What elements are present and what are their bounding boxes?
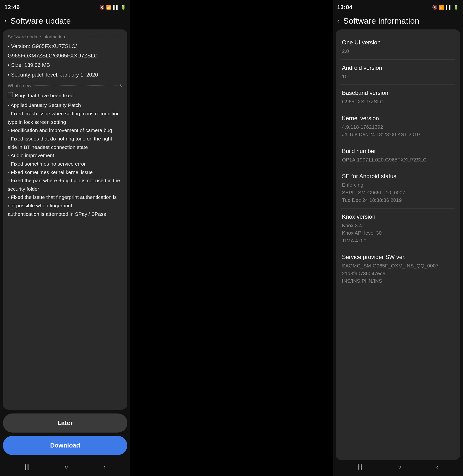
android-version-label: Android version xyxy=(342,64,454,71)
right-home-button[interactable]: ○ xyxy=(397,463,401,471)
right-phone-screen: 13:04 🔇 📶 ▌▌ 🔋 ‹ Software information On… xyxy=(333,0,463,476)
battery-icon: 🔋 xyxy=(121,5,126,10)
android-version-item: Android version 10 xyxy=(340,60,455,85)
bugs-fixed-label: Bugs that have been fixed xyxy=(15,92,73,100)
button-area: Later Download xyxy=(0,410,130,460)
size-info: • Size: 139.06 MB xyxy=(8,61,123,69)
right-battery-icon: 🔋 xyxy=(453,5,459,10)
right-time: 13:04 xyxy=(337,4,353,11)
fix-5: - Audio improvement xyxy=(8,151,123,160)
whats-new-collapse-icon[interactable]: ∧ xyxy=(119,83,123,89)
security-patch-info: • Security patch level: January 1, 2020 xyxy=(8,71,123,79)
fix-9: - Fixed the issue that fingerprint authe… xyxy=(8,193,123,210)
update-info-section-header: Software update information xyxy=(8,34,123,40)
fix-7: - Fixed sometimes kernel kernel issue xyxy=(8,168,123,177)
left-status-icons: 🔇 📶 ▌▌ 🔋 xyxy=(99,5,126,10)
right-recents-button[interactable]: ||| xyxy=(358,463,362,471)
fix-2: - Fixed crash issue when setting to iris… xyxy=(8,110,123,126)
service-provider-label: Service provider SW ver. xyxy=(342,254,454,260)
left-back-nav-button[interactable]: ‹ xyxy=(103,463,106,471)
wifi-icon: 📶 xyxy=(106,5,111,10)
baseband-version-item: Baseband version G965FXXU7ZSLC xyxy=(340,85,455,110)
se-android-label: SE for Android status xyxy=(342,173,454,180)
knox-version-label: Knox version xyxy=(342,213,454,220)
fix-9b: authentication is attempted in SPay / SP… xyxy=(8,210,123,219)
fix-4: - Fixed issues that do not ring tone on … xyxy=(8,135,123,151)
se-android-value: EnforcingSEPF_SM-G965F_10_0007Tue Dec 24… xyxy=(342,181,454,204)
silent-icon: 🔇 xyxy=(99,5,105,10)
one-ui-version-value: 2.0 xyxy=(342,47,454,55)
spacer xyxy=(130,0,333,476)
right-silent-icon: 🔇 xyxy=(432,5,437,10)
later-button[interactable]: Later xyxy=(3,413,127,432)
kernel-version-label: Kernel version xyxy=(342,115,454,122)
android-version-value: 10 xyxy=(342,73,454,80)
update-info-list: • Version: G965FXXU7ZSLC/ G965FOXM7ZSLC/… xyxy=(8,42,123,79)
build-number-item: Build number QP1A.190711.020.G965FXXU7ZS… xyxy=(340,143,455,168)
right-page-title: Software information xyxy=(343,16,419,26)
kernel-version-value: 4.9.118-17621392#1 Tue Dec 24 18:23:00 K… xyxy=(342,123,454,138)
right-content-card: One UI version 2.0 Android version 10 Ba… xyxy=(336,29,460,460)
knox-version-item: Knox version Knox 3.4.1Knox API level 30… xyxy=(340,209,455,249)
se-android-item: SE for Android status EnforcingSEPF_SM-G… xyxy=(340,168,455,209)
whats-new-title: What's new xyxy=(8,83,31,88)
service-provider-value: SAOMC_SM-G965F_OXM_INS_QQ_000721d3f90736… xyxy=(342,262,454,285)
one-ui-version-label: One UI version xyxy=(342,39,454,46)
left-back-button[interactable]: ‹ xyxy=(2,16,9,26)
left-nav-bar: ||| ○ ‹ xyxy=(0,460,130,476)
left-status-bar: 12:46 🔇 📶 ▌▌ 🔋 xyxy=(0,0,130,14)
whats-new-content: Bugs that have been fixed - Applied Janu… xyxy=(8,92,123,219)
left-phone-screen: 12:46 🔇 📶 ▌▌ 🔋 ‹ Software update Softwar… xyxy=(0,0,130,476)
left-home-button[interactable]: ○ xyxy=(65,463,69,471)
baseband-version-value: G965FXXU7ZSLC xyxy=(342,98,454,105)
software-info-list: One UI version 2.0 Android version 10 Ba… xyxy=(340,34,455,289)
dotted-divider xyxy=(68,37,123,37)
right-page-header: ‹ Software information xyxy=(333,14,463,29)
left-page-title: Software update xyxy=(10,16,71,26)
download-button[interactable]: Download xyxy=(3,436,127,455)
version-line2: G965FOXM7ZSLC/G965FXXU7ZSLC xyxy=(8,51,123,60)
fix-6: - Fixed sometimes no service error xyxy=(8,160,123,168)
fix-3: - Modification and improvement of camera… xyxy=(8,126,123,135)
version-line1: • Version: G965FXXU7ZSLC/ xyxy=(8,42,123,50)
bugs-checkbox[interactable] xyxy=(8,92,13,97)
right-wifi-icon: 📶 xyxy=(439,5,444,10)
build-number-label: Build number xyxy=(342,148,454,155)
one-ui-version-item: One UI version 2.0 xyxy=(340,34,455,60)
signal-icon: ▌▌ xyxy=(113,5,119,10)
whats-new-header: What's new ∧ xyxy=(8,83,123,89)
right-status-icons: 🔇 📶 ▌▌ 🔋 xyxy=(432,5,459,10)
whats-new-section: What's new ∧ Bugs that have been fixed -… xyxy=(8,83,123,219)
right-back-nav-button[interactable]: ‹ xyxy=(436,463,438,471)
fix-1: - Applied January Security Patch xyxy=(8,101,123,110)
update-info-title: Software update information xyxy=(8,34,65,40)
left-page-header: ‹ Software update xyxy=(0,14,130,29)
build-number-value: QP1A.190711.020.G965FXXU7ZSLC xyxy=(342,156,454,164)
fix-8: - Fixed the part where 6-digit pin is no… xyxy=(8,176,123,193)
right-nav-bar: ||| ○ ‹ xyxy=(333,460,463,476)
right-status-bar: 13:04 🔇 📶 ▌▌ 🔋 xyxy=(333,0,463,14)
right-signal-icon: ▌▌ xyxy=(446,5,452,10)
bugs-fixed-item: Bugs that have been fixed xyxy=(8,92,123,100)
left-time: 12:46 xyxy=(4,4,20,11)
kernel-version-item: Kernel version 4.9.118-17621392#1 Tue De… xyxy=(340,110,455,143)
knox-version-value: Knox 3.4.1Knox API level 30TIMA 4.0.0 xyxy=(342,222,454,245)
whats-new-dotted-line xyxy=(34,85,117,86)
baseband-version-label: Baseband version xyxy=(342,90,454,96)
right-back-button[interactable]: ‹ xyxy=(335,16,341,26)
left-recents-button[interactable]: ||| xyxy=(25,463,30,471)
service-provider-item: Service provider SW ver. SAOMC_SM-G965F_… xyxy=(340,249,455,289)
left-content-card: Software update information • Version: G… xyxy=(3,29,127,410)
